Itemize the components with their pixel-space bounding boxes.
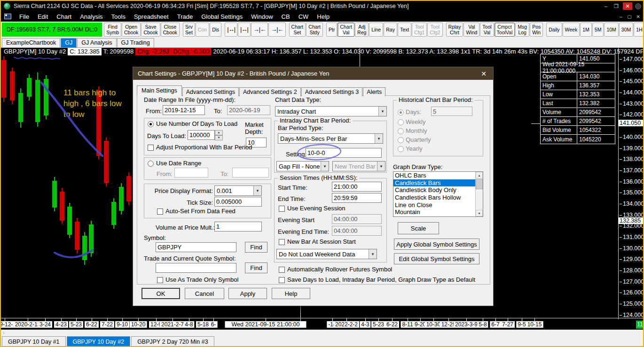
days-to-load-spinner[interactable]: ▲ ▼ <box>215 130 223 140</box>
scrollbar-thumb[interactable] <box>476 179 483 189</box>
chart-tab-2[interactable]: GBPJPY 10 Day #2 <box>67 336 131 347</box>
toolbar-button-chart-val[interactable]: ChartVal <box>338 23 354 37</box>
toolbar-button-chart-stdy[interactable]: ChartStdy <box>306 23 323 37</box>
menu-item-global-settings[interactable]: Global Settings <box>197 12 247 21</box>
range-to-input[interactable] <box>232 168 269 177</box>
toolbar-button-week[interactable]: Week <box>563 23 580 37</box>
dialog-tab-alerts[interactable]: Alerts <box>363 87 385 96</box>
find-symbol-button[interactable]: Find <box>245 242 267 253</box>
graph-draw-option-line-on-close[interactable]: Line on Close <box>393 201 475 209</box>
bar-period-setting-input[interactable] <box>306 148 382 158</box>
scroll-down-icon[interactable]: ▼ <box>476 210 483 216</box>
range-from-input[interactable] <box>174 168 208 177</box>
bar-spacing-wide-fill-icon[interactable]: |↔| <box>238 23 251 37</box>
toolbar-button-text[interactable]: Text <box>398 23 411 37</box>
menu-item-spreadsheet[interactable]: Spreadsheet <box>130 12 173 21</box>
volume-mult-input[interactable] <box>214 222 262 231</box>
scroll-left-icon[interactable]: ‹ <box>3 330 5 335</box>
menu-item-edit[interactable]: Edit <box>33 12 52 21</box>
toolbar-button-save-cbook[interactable]: SaveCbook <box>141 23 160 37</box>
menu-item-chart[interactable]: Chart <box>52 12 76 21</box>
toolbar-button-daily[interactable]: Daily <box>546 23 562 37</box>
ok-button[interactable]: OK <box>141 288 180 299</box>
use-days-radio[interactable] <box>148 121 154 127</box>
dropdown-arrow-icon[interactable]: ▼ <box>321 162 329 171</box>
bar-spacing-narrow-fill-icon[interactable]: →|← <box>268 23 285 37</box>
help-button[interactable]: Help <box>272 288 310 299</box>
bar-spacing-wide-icon[interactable]: |↔| <box>225 23 237 37</box>
adjust-proportional-checkbox[interactable] <box>148 145 154 151</box>
graph-draw-option-ohlc-bars[interactable]: OHLC Bars <box>393 172 475 179</box>
menu-item-file[interactable]: File <box>15 12 33 21</box>
date-from-input[interactable] <box>163 105 205 115</box>
toolbar-button-adj-reg[interactable]: AdjReg <box>355 23 369 37</box>
spin-up-icon[interactable]: ▲ <box>215 130 223 135</box>
menu-item-tools[interactable]: Tools <box>107 12 130 21</box>
maximize-icon[interactable]: ❐ <box>613 3 620 9</box>
use-evening-checkbox[interactable] <box>279 206 285 212</box>
spin-down-icon[interactable]: ▼ <box>215 135 223 140</box>
find-trade-symbol-button[interactable]: Find <box>245 262 267 273</box>
dialog-tab-advanced-settings-3[interactable]: Advanced Settings 3 <box>301 87 363 96</box>
toolbar-button-pos-win[interactable]: PosWin <box>530 23 543 37</box>
gap-fill-select[interactable]: Gap Fill - None ▼ <box>276 161 329 171</box>
chartbook-tab-examplechartbook[interactable]: ExampleChartbook <box>2 38 60 47</box>
menu-item-cb[interactable]: CB <box>277 12 294 21</box>
toolbar-button-chart-set[interactable]: ChartSet <box>289 23 306 37</box>
dialog-close-icon[interactable]: ✕ <box>479 70 488 77</box>
mdi-system-icon[interactable] <box>4 14 11 19</box>
menu-item-window[interactable]: Window <box>247 12 277 21</box>
new-bar-checkbox[interactable] <box>279 239 285 245</box>
toolbar-button-period-5m[interactable]: 5M <box>592 23 604 37</box>
chartbook-tab-gj-trading[interactable]: GJ Trading <box>117 38 154 47</box>
toolbar-button-ptr[interactable]: Ptr <box>326 23 337 37</box>
chartbook-tab-gj[interactable]: GJ <box>61 38 77 47</box>
toolbar-button-period-10m[interactable]: 10M <box>604 23 618 37</box>
scroll-up-icon[interactable]: ▲ <box>476 172 483 178</box>
graph-draw-option-candlestick-body-only[interactable]: Candlestick Body Only <box>393 186 475 194</box>
menu-item-help[interactable]: Help <box>313 12 334 21</box>
dropdown-arrow-icon[interactable]: ▼ <box>253 186 261 195</box>
edit-global-symbol-settings-button[interactable]: Edit Global Symbol Settings <box>394 253 479 264</box>
chart-data-type-select[interactable]: Intraday Chart ▼ <box>275 106 387 116</box>
trade-symbol-input[interactable] <box>156 263 236 273</box>
toolbar-button-msg-log[interactable]: MsgLog <box>515 23 529 37</box>
bar-spacing-narrow-icon[interactable]: →|← <box>251 23 268 37</box>
toolbar-button-rplay-chrt[interactable]: RplayChrt <box>446 23 463 37</box>
end-time-input[interactable] <box>332 193 382 203</box>
toolbar-button-dis[interactable]: Dis <box>210 23 221 37</box>
price-display-format-select[interactable]: 0.001 ▼ <box>214 185 262 196</box>
dialog-tab-advanced-settings-2[interactable]: Advanced Settings 2 <box>239 87 301 96</box>
graph-draw-type-listbox[interactable]: OHLC BarsCandlestick BarsCandlestick Bod… <box>393 171 483 217</box>
rollover-checkbox[interactable] <box>279 267 285 273</box>
toolbar-button-tool-val[interactable]: ToolVal <box>480 23 494 37</box>
use-trade-only-checkbox[interactable] <box>157 277 163 283</box>
graph-draw-option-mountain[interactable]: Mountain <box>393 208 475 216</box>
listbox-scrollbar[interactable]: ▲ ▼ <box>475 172 483 216</box>
weekend-data-select[interactable]: Do Not Load Weekend Data ▼ <box>276 249 377 259</box>
toolbar-button-find-symb[interactable]: FindSymb <box>104 23 121 37</box>
cancel-button[interactable]: Cancel <box>185 288 224 299</box>
scale-button[interactable]: Scale <box>398 222 439 234</box>
use-date-range-radio[interactable] <box>148 161 154 167</box>
chart-tab-3[interactable]: GBPJPY 2 Day 720 Min #3 <box>131 336 214 347</box>
toolbar-button-period-1m[interactable]: 1M <box>580 23 592 37</box>
days-to-load-input[interactable] <box>188 130 215 140</box>
close-icon[interactable]: ✕ <box>623 2 632 10</box>
toolbar-button-open-cbook[interactable]: OpenCbook <box>122 23 141 37</box>
minimize-icon[interactable]: – <box>602 3 610 9</box>
toolbar-button-period-1h[interactable]: 1H <box>634 23 643 37</box>
mdi-close-icon[interactable]: ✕ <box>636 14 640 19</box>
dropdown-arrow-icon[interactable]: ▼ <box>378 107 386 116</box>
date-to-input[interactable] <box>227 105 270 115</box>
dropdown-arrow-icon[interactable]: ▼ <box>375 134 383 143</box>
apply-global-symbol-settings-button[interactable]: Apply Global Symbol Settings <box>394 239 479 250</box>
tick-size-input[interactable] <box>214 197 262 207</box>
chart-tab-1[interactable]: GBPJPY 10 Day #1 <box>2 336 66 347</box>
auto-set-checkbox[interactable] <box>157 208 163 215</box>
symbol-input[interactable] <box>156 242 236 252</box>
mdi-restore-icon[interactable]: ▢ <box>627 14 631 19</box>
apply-button[interactable]: Apply <box>228 288 267 299</box>
toolbar-button-srv-set[interactable]: SrvSet <box>183 23 195 37</box>
chartbook-tab-gj-analysis[interactable]: GJ Analysis <box>77 38 116 47</box>
